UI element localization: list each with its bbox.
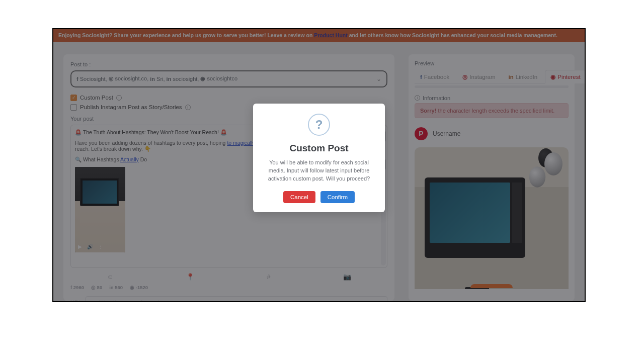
app-frame: Enjoying Sociosight? Share your experien… bbox=[52, 28, 586, 302]
question-icon: ? bbox=[308, 114, 330, 136]
modal-buttons: Cancel Confirm bbox=[261, 191, 377, 203]
cancel-button[interactable]: Cancel bbox=[283, 191, 315, 203]
modal-body: You will be able to modify for each soci… bbox=[261, 159, 377, 183]
modal-title: Custom Post bbox=[261, 143, 377, 154]
custom-post-modal: ? Custom Post You will be able to modify… bbox=[253, 104, 385, 212]
modal-overlay[interactable]: ? Custom Post You will be able to modify… bbox=[53, 29, 585, 301]
confirm-button[interactable]: Confirm bbox=[320, 191, 355, 203]
